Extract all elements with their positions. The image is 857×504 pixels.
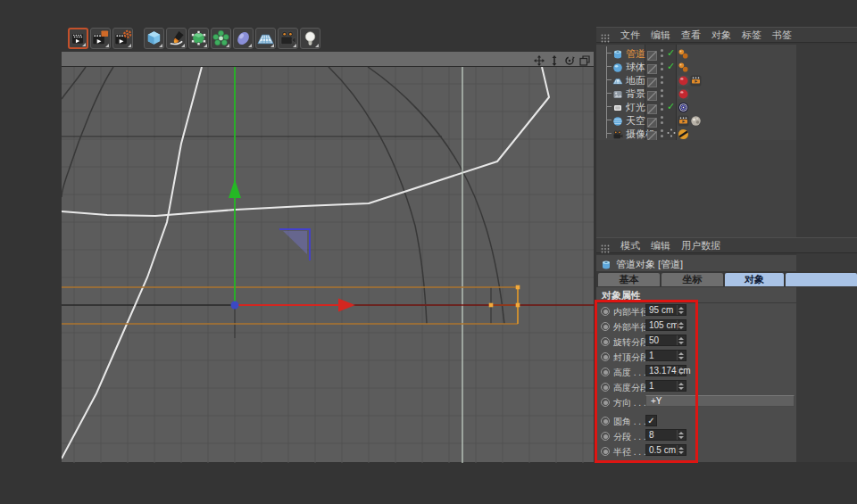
spin-down-icon[interactable]	[678, 436, 684, 439]
tab-basic[interactable]: 基本	[598, 273, 660, 286]
om-menu-objects[interactable]: 对象	[711, 29, 731, 42]
visibility-dots[interactable]	[661, 76, 664, 84]
enabled-check-icon[interactable]: ✓	[666, 46, 676, 59]
spline-pen-button[interactable]	[166, 28, 187, 49]
tube-handle[interactable]	[516, 285, 520, 290]
fillet-segments-input[interactable]: 8	[645, 429, 686, 441]
spin-up-icon[interactable]	[678, 352, 684, 355]
object-row-light[interactable]: 灯光✓	[596, 100, 796, 113]
toggle-maximize-icon[interactable]	[579, 54, 590, 64]
editor-visibility-dot[interactable]	[661, 89, 663, 92]
display-color-swatch[interactable]	[647, 75, 657, 85]
orientation-dropdown[interactable]: +Y	[645, 395, 795, 407]
editor-visibility-dot[interactable]	[661, 129, 663, 132]
animation-dot-icon[interactable]	[601, 368, 610, 376]
light-tag-icon[interactable]	[678, 101, 689, 112]
animation-dot-icon[interactable]	[601, 398, 610, 407]
stepper-arrows-icon[interactable]	[677, 351, 685, 360]
display-color-swatch[interactable]	[647, 62, 657, 71]
om-menu-view[interactable]: 查看	[681, 29, 701, 42]
spin-up-icon[interactable]	[678, 383, 684, 385]
dolly-zoom-icon[interactable]	[549, 54, 560, 64]
render-visibility-dot[interactable]	[661, 95, 663, 97]
compositing-tag-icon[interactable]	[678, 114, 689, 126]
om-menu-bookmarks[interactable]: 书签	[772, 29, 792, 42]
add-cube-object-button[interactable]	[144, 28, 164, 49]
animation-dot-icon[interactable]	[601, 322, 610, 331]
render-visibility-dot[interactable]	[661, 81, 663, 84]
light-object-button[interactable]	[300, 28, 320, 49]
visibility-dots[interactable]	[661, 129, 664, 137]
display-color-swatch[interactable]	[647, 48, 657, 58]
animation-dot-icon[interactable]	[601, 432, 610, 441]
editor-visibility-dot[interactable]	[661, 62, 663, 65]
render-settings-button[interactable]	[112, 28, 133, 49]
tab-object[interactable]: 对象	[725, 273, 784, 286]
floor-object-button[interactable]	[255, 28, 276, 49]
spin-up-icon[interactable]	[678, 307, 684, 310]
object-row-floor[interactable]: 地面	[596, 73, 796, 87]
viewport[interactable]	[62, 66, 594, 462]
active-camera-icon[interactable]	[666, 127, 676, 139]
spin-up-icon[interactable]	[678, 447, 684, 450]
object-row-sky[interactable]: 天空	[596, 113, 796, 127]
object-row-background[interactable]: 背景	[596, 87, 796, 100]
spin-down-icon[interactable]	[678, 326, 684, 329]
material-red-tag-icon[interactable]	[678, 74, 689, 86]
state-empty[interactable]	[666, 113, 676, 126]
object-row-tube[interactable]: 管道✓	[596, 46, 796, 60]
object-manager-empty-area[interactable]	[596, 140, 796, 237]
height-input[interactable]: 13.174 cm	[645, 365, 686, 376]
render-visibility-dot[interactable]	[661, 135, 663, 137]
spin-down-icon[interactable]	[678, 342, 684, 344]
cap-segments-input[interactable]: 1	[645, 350, 686, 361]
animation-dot-icon[interactable]	[601, 417, 610, 426]
stepper-arrows-icon[interactable]	[677, 305, 685, 315]
enabled-check-icon[interactable]: ✓	[666, 100, 676, 112]
material-red-tag-icon[interactable]	[678, 87, 689, 99]
om-menu-edit[interactable]: 编辑	[651, 29, 670, 42]
height-segments-input[interactable]: 1	[645, 380, 686, 392]
render-visibility-dot[interactable]	[661, 121, 663, 124]
attr-menu-mode[interactable]: 模式	[620, 239, 640, 252]
animation-dot-icon[interactable]	[601, 307, 610, 316]
om-menu-tags[interactable]: 标签	[742, 29, 761, 42]
pan-icon[interactable]	[534, 54, 545, 64]
spin-down-icon[interactable]	[678, 311, 684, 314]
viewport-canvas[interactable]	[62, 67, 594, 463]
inner-radius-input[interactable]: 95 cm	[645, 304, 686, 316]
render-visibility-dot[interactable]	[661, 68, 663, 70]
phong-tag-icon[interactable]	[678, 47, 689, 59]
object-origin-handle[interactable]	[231, 302, 239, 310]
animation-dot-icon[interactable]	[601, 447, 610, 456]
tube-handle[interactable]	[489, 303, 494, 308]
spin-down-icon[interactable]	[678, 451, 684, 454]
stepper-arrows-icon[interactable]	[677, 430, 685, 440]
x-axis-arrowhead[interactable]	[338, 299, 355, 312]
object-row-camera[interactable]: 摄像机	[596, 127, 796, 140]
enabled-check-icon[interactable]: ✓	[666, 60, 676, 72]
animation-dot-icon[interactable]	[601, 352, 610, 361]
editor-visibility-dot[interactable]	[661, 116, 663, 119]
spin-up-icon[interactable]	[678, 368, 684, 370]
display-color-swatch[interactable]	[647, 102, 657, 112]
spin-down-icon[interactable]	[678, 357, 684, 359]
stepper-arrows-icon[interactable]	[677, 445, 685, 455]
visibility-dots[interactable]	[661, 116, 664, 124]
visibility-dots[interactable]	[661, 49, 664, 57]
editor-visibility-dot[interactable]	[661, 49, 663, 52]
visibility-dots[interactable]	[661, 103, 664, 111]
fillet-checkbox[interactable]: ✓	[645, 415, 657, 426]
render-visibility-dot[interactable]	[661, 108, 663, 111]
deformer-object-button[interactable]	[233, 28, 254, 49]
object-row-sphere[interactable]: 球体✓	[596, 60, 796, 73]
editor-visibility-dot[interactable]	[661, 76, 663, 78]
display-color-swatch[interactable]	[647, 115, 657, 125]
render-to-picture-viewer-button[interactable]	[90, 28, 111, 49]
spin-down-icon[interactable]	[678, 372, 684, 375]
display-color-swatch[interactable]	[647, 88, 657, 98]
spin-up-icon[interactable]	[678, 432, 684, 434]
orbit-icon[interactable]	[564, 54, 575, 64]
y-axis-arrowhead[interactable]	[229, 179, 241, 198]
spin-down-icon[interactable]	[678, 387, 684, 390]
